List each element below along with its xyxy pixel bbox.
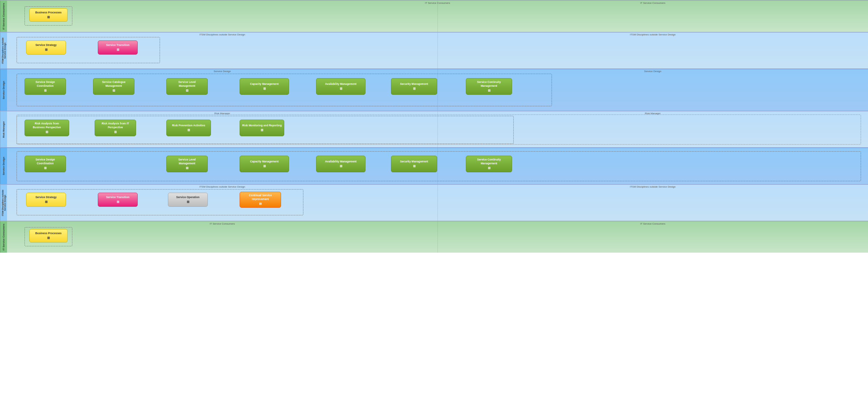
node-csi-bottom[interactable]: Continual Service Improvement ⊞ xyxy=(240,192,281,208)
node-icon-sdc-bottom: ⊞ xyxy=(44,166,46,170)
section-title-top-consumers-right: IT Service Consumers xyxy=(640,2,665,4)
lane-risk-manager: Risk Manager Risk Manager Risk Manager R… xyxy=(0,111,868,147)
section-title-sd-top-left: Service Design xyxy=(214,70,231,73)
lane-label-it-consumers-bottom: IT Service Consumers xyxy=(0,221,7,253)
node-icon-svcont-top: ⊞ xyxy=(488,88,490,92)
node-icon-csi-bottom: ⊞ xyxy=(259,202,261,206)
section-title-itsm-bottom-right: ITSM Disciplines outside Service Design xyxy=(630,185,676,188)
section-title-sd-top-right: Service Design xyxy=(644,70,661,73)
node-capacity-top[interactable]: Capacity Management ⊞ xyxy=(240,78,289,95)
dashed-box-rm-full xyxy=(17,115,861,144)
section-title-bottom-consumers-left: IT Service Consumers xyxy=(210,222,235,225)
vdivider-consumers-top xyxy=(437,1,438,32)
node-service-operation-bottom[interactable]: Service Operation ⊞ xyxy=(168,193,208,207)
node-slm-top[interactable]: Service LevelManagement ⊞ xyxy=(166,78,208,95)
node-sdc-bottom[interactable]: Service Design Coordination ⊞ xyxy=(25,156,66,172)
lane-itsm-outside-top: ITSM Disciplines outside Service Design … xyxy=(0,32,868,68)
lane-label-service-design-bottom: Service Design xyxy=(0,148,7,184)
node-scm-top[interactable]: Service CatalogueManagement ⊞ xyxy=(93,78,134,95)
vdivider-sd-top xyxy=(437,69,438,111)
node-icon-cap-top: ⊞ xyxy=(263,86,266,91)
node-svcont-bottom[interactable]: Service ContinuityManagement ⊞ xyxy=(466,156,512,172)
lane-service-design-top: Service Design Service Design Service De… xyxy=(0,68,868,111)
vdivider-itsm-top xyxy=(437,32,438,68)
node-icon-st-bottom: ⊞ xyxy=(117,200,119,204)
lane-it-consumers-top: IT Service Consumers IT Service Consumer… xyxy=(0,0,868,32)
section-title-itsm-bottom-left: ITSM Disciplines outside Service Design xyxy=(199,185,245,188)
node-icon-avail-top: ⊞ xyxy=(340,86,342,91)
node-security-top[interactable]: Security Management ⊞ xyxy=(391,78,437,95)
node-icon-sec-top: ⊞ xyxy=(413,86,415,91)
node-icon-slm-top: ⊞ xyxy=(186,88,188,92)
node-icon-scm-top: ⊞ xyxy=(113,88,115,92)
section-title-itsm-top-right: ITSM Disciplines outside Service Design xyxy=(630,33,676,36)
node-availability-top[interactable]: Availability Management ⊞ xyxy=(316,78,366,95)
node-slm-bottom[interactable]: Service LevelManagement ⊞ xyxy=(166,156,208,172)
lane-service-design-bottom: Service Design Service Design Coordinati… xyxy=(0,147,868,184)
lane-it-consumers-bottom: IT Service Consumers IT Service Consumer… xyxy=(0,221,868,253)
node-icon-ss-top: ⊞ xyxy=(45,48,48,52)
node-icon-svcont-bottom: ⊞ xyxy=(488,166,490,170)
node-service-transition-top[interactable]: Service Transition ⊞ xyxy=(98,40,138,55)
section-title-itsm-top-left: ITSM Disciplines outside Service Design xyxy=(199,33,245,36)
node-business-processes-top[interactable]: Business Processes ⊞ xyxy=(29,8,67,22)
node-service-strategy-top[interactable]: Service Strategy ⊞ xyxy=(26,40,66,55)
node-availability-bottom[interactable]: Availability Management ⊞ xyxy=(316,156,366,172)
node-icon-ss-bottom: ⊞ xyxy=(45,200,48,204)
vdivider-itsm-bottom xyxy=(437,185,438,221)
node-icon-avail-bottom: ⊞ xyxy=(340,164,342,168)
lane-label-itsm-outside-bottom: ITSM Disciplines outside Service Design xyxy=(0,185,7,221)
node-icon-slm-bottom: ⊞ xyxy=(186,166,188,170)
node-sdc-top[interactable]: Service DesignCoordination ⊞ xyxy=(25,78,66,95)
node-security-bottom[interactable]: Security Management ⊞ xyxy=(391,156,437,172)
lane-label-service-design-top: Service Design xyxy=(0,69,7,111)
section-title-bottom-consumers-right: IT Service Consumers xyxy=(640,222,665,225)
lane-itsm-outside-bottom: ITSM Disciplines outside Service Design … xyxy=(0,184,868,221)
node-icon-so-bottom: ⊞ xyxy=(187,200,189,204)
vdivider-sd-bottom xyxy=(437,148,438,184)
node-icon-st-top: ⊞ xyxy=(117,48,119,52)
node-svcont-top[interactable]: Service ContinuityManagement ⊞ xyxy=(466,78,512,95)
node-icon-cap-bottom: ⊞ xyxy=(263,164,266,168)
diagram: IT Service Consumers IT Service Consumer… xyxy=(0,0,868,253)
node-icon-bp-bottom: ⊞ xyxy=(47,236,50,240)
lane-label-it-consumers-top: IT Service Consumers xyxy=(0,1,7,32)
node-service-transition-bottom[interactable]: Service Transition ⊞ xyxy=(98,193,138,207)
node-capacity-bottom[interactable]: Capacity Management ⊞ xyxy=(240,156,289,172)
vdivider-consumers-bottom xyxy=(437,221,438,253)
lane-label-itsm-outside-top: ITSM Disciplines outside Service Design xyxy=(0,32,7,68)
dashed-box-sd-bottom xyxy=(17,151,861,181)
node-icon-bp-top: ⊞ xyxy=(47,15,50,19)
node-business-processes-bottom[interactable]: Business Processes ⊞ xyxy=(29,229,67,243)
node-service-strategy-bottom[interactable]: Service Strategy ⊞ xyxy=(26,193,66,207)
node-icon-sec-bottom: ⊞ xyxy=(413,164,415,168)
node-icon-sdc-top: ⊞ xyxy=(44,88,46,92)
vdivider-rm xyxy=(437,111,438,147)
lane-label-risk-manager: Risk Manager xyxy=(0,111,7,147)
